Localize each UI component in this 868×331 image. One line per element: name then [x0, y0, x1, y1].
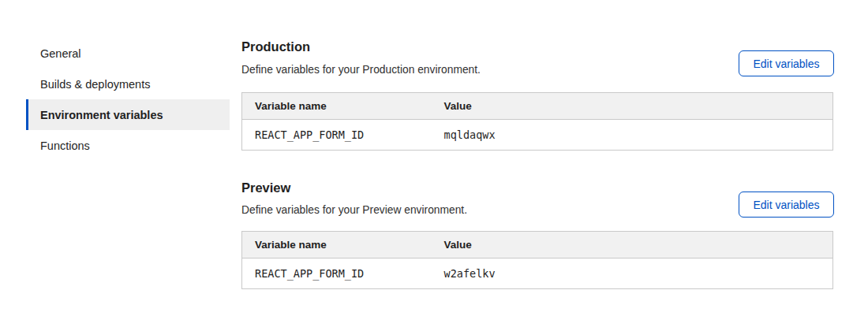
table-header-row: Variable name Value [242, 232, 833, 258]
sidebar-item-label: Environment variables [40, 109, 163, 121]
sidebar-item-builds-deployments[interactable]: Builds & deployments [26, 69, 230, 99]
variable-name-cell: REACT_APP_FORM_ID [242, 258, 432, 289]
sidebar-item-label: General [40, 47, 81, 60]
column-header-variable-name: Variable name [242, 232, 432, 258]
active-indicator [26, 99, 28, 130]
sidebar-item-environment-variables[interactable]: Environment variables [26, 99, 230, 130]
environment-variables-panel: Production Define variables for your Pro… [241, 0, 833, 331]
variable-value-cell: w2afelkv [432, 258, 833, 289]
table-row: REACT_APP_FORM_ID w2afelkv [242, 258, 833, 289]
sidebar-item-label: Builds & deployments [40, 78, 150, 91]
production-section-description: Define variables for your Production env… [241, 64, 481, 76]
production-variables-table: Variable name Value REACT_APP_FORM_ID mq… [241, 92, 833, 151]
table-row: REACT_APP_FORM_ID mqldaqwx [242, 120, 833, 151]
table-header-row: Variable name Value [242, 93, 833, 120]
preview-section-description: Define variables for your Preview enviro… [241, 204, 467, 217]
sidebar-item-label: Functions [40, 139, 90, 152]
column-header-value: Value [432, 232, 833, 258]
column-header-value: Value [432, 93, 833, 120]
preview-section-title: Preview [241, 180, 290, 195]
preview-edit-variables-button[interactable]: Edit variables [739, 192, 834, 218]
column-header-variable-name: Variable name [242, 93, 432, 120]
production-edit-variables-button[interactable]: Edit variables [739, 50, 834, 76]
sidebar-item-functions[interactable]: Functions [26, 130, 230, 161]
production-section-title: Production [241, 39, 310, 54]
variable-value-cell: mqldaqwx [432, 120, 833, 151]
sidebar-item-general[interactable]: General [26, 38, 230, 69]
settings-sidebar: General Builds & deployments Environment… [26, 38, 230, 161]
variable-name-cell: REACT_APP_FORM_ID [242, 120, 432, 151]
preview-variables-table: Variable name Value REACT_APP_FORM_ID w2… [241, 231, 833, 289]
